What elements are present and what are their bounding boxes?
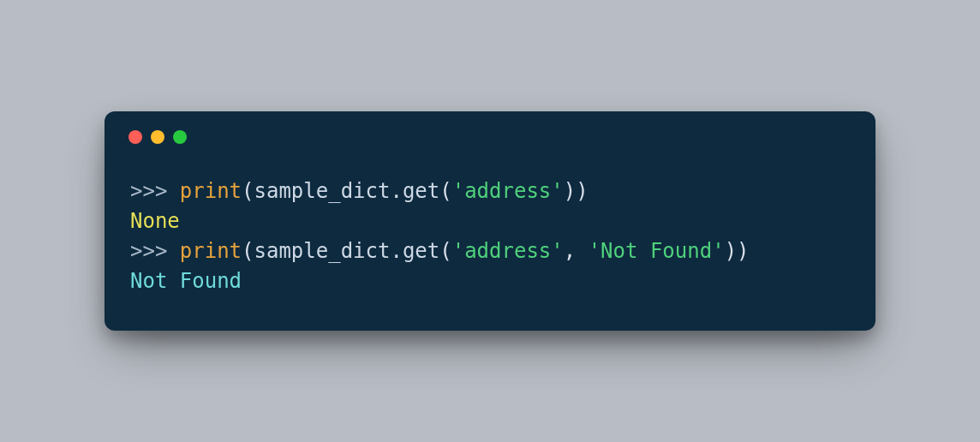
code-token: ) xyxy=(576,179,588,203)
code-token: >>> xyxy=(130,239,180,263)
minimize-icon[interactable] xyxy=(151,130,164,144)
terminal-window: >>> print(sample_dict.get('address'))Non… xyxy=(105,111,875,330)
code-token: ( xyxy=(439,239,451,263)
titlebar xyxy=(105,111,875,151)
code-token: ) xyxy=(564,179,576,203)
code-token: ( xyxy=(242,179,254,203)
code-token: ( xyxy=(439,179,451,203)
code-token: print xyxy=(180,239,242,263)
code-token: get xyxy=(403,239,439,263)
code-token: ) xyxy=(737,239,749,263)
code-token: sample_dict xyxy=(254,179,391,203)
code-token: >>> xyxy=(130,179,180,203)
code-token: sample_dict xyxy=(254,239,391,263)
code-token: get xyxy=(403,179,439,203)
code-token: print xyxy=(180,179,242,203)
code-token: . xyxy=(390,239,402,263)
code-token: , xyxy=(564,239,589,263)
code-token: None xyxy=(130,209,180,233)
code-token: ( xyxy=(242,239,254,263)
code-token: . xyxy=(390,179,402,203)
close-icon[interactable] xyxy=(128,130,142,144)
code-token: 'Not Found' xyxy=(589,239,725,263)
maximize-icon[interactable] xyxy=(173,130,187,144)
code-line: Not Found xyxy=(130,266,850,296)
code-line: >>> print(sample_dict.get('address', 'No… xyxy=(130,236,850,266)
code-line: >>> print(sample_dict.get('address')) xyxy=(130,176,850,206)
code-token: 'address' xyxy=(452,179,564,203)
code-token: ) xyxy=(725,239,737,263)
code-area: >>> print(sample_dict.get('address'))Non… xyxy=(105,151,875,330)
code-token: 'address' xyxy=(452,239,564,263)
code-line: None xyxy=(130,206,850,236)
code-token: Not Found xyxy=(130,269,242,293)
